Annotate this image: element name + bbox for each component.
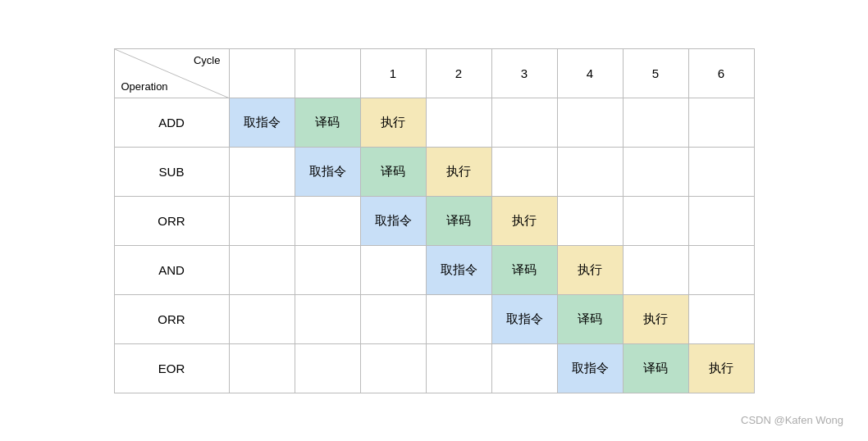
pipeline-cell-r1-c4: [491, 147, 557, 196]
pipeline-cell-r2-c1: [295, 196, 360, 245]
pipeline-cell-r2-c3: 译码: [426, 196, 491, 245]
pipeline-cell-r1-c5: [557, 147, 623, 196]
cycle-header-6: 6: [688, 48, 754, 98]
cycle-header-pre2: [295, 48, 360, 98]
pipeline-cell-r1-c7: [688, 147, 754, 196]
pipeline-cell-r2-c0: [229, 196, 295, 245]
table-row: ORR取指令译码执行: [114, 294, 754, 343]
pipeline-cell-r1-c6: [623, 147, 688, 196]
main-container: Cycle Operation 1 2 3 4 5 6 ADD取指令译码执行SU…: [0, 0, 868, 441]
pipeline-cell-r3-c4: 译码: [491, 245, 557, 294]
watermark: CSDN @Kafen Wong: [741, 414, 843, 426]
pipeline-cell-r0-c7: [688, 98, 754, 147]
table-row: ORR取指令译码执行: [114, 196, 754, 245]
pipeline-cell-r4-c3: [426, 294, 491, 343]
pipeline-cell-r0-c4: [491, 98, 557, 147]
pipeline-cell-r5-c6: 译码: [623, 343, 688, 393]
pipeline-cell-r0-c2: 执行: [360, 98, 426, 147]
pipeline-cell-r3-c3: 取指令: [426, 245, 491, 294]
pipeline-cell-r4-c5: 译码: [557, 294, 623, 343]
pipeline-cell-r5-c2: [360, 343, 426, 393]
op-label-orr4: ORR: [114, 294, 229, 343]
pipeline-cell-r2-c6: [623, 196, 688, 245]
pipeline-cell-r0-c5: [557, 98, 623, 147]
pipeline-cell-r2-c7: [688, 196, 754, 245]
pipeline-cell-r0-c0: 取指令: [229, 98, 295, 147]
pipeline-cell-r3-c6: [623, 245, 688, 294]
pipeline-cell-r4-c2: [360, 294, 426, 343]
op-label-and3: AND: [114, 245, 229, 294]
pipeline-cell-r4-c0: [229, 294, 295, 343]
pipeline-cell-r5-c1: [295, 343, 360, 393]
pipeline-cell-r4-c6: 执行: [623, 294, 688, 343]
pipeline-cell-r2-c5: [557, 196, 623, 245]
cycle-header-5: 5: [623, 48, 688, 98]
pipeline-cell-r5-c7: 执行: [688, 343, 754, 393]
pipeline-cell-r0-c6: [623, 98, 688, 147]
cycle-label: Cycle: [194, 54, 221, 66]
cycle-header-2: 2: [426, 48, 491, 98]
op-label-sub1: SUB: [114, 147, 229, 196]
pipeline-cell-r1-c1: 取指令: [295, 147, 360, 196]
table-row: AND取指令译码执行: [114, 245, 754, 294]
corner-header: Cycle Operation: [114, 48, 229, 98]
pipeline-cell-r0-c1: 译码: [295, 98, 360, 147]
cycle-header-pre1: [229, 48, 295, 98]
pipeline-cell-r3-c0: [229, 245, 295, 294]
pipeline-cell-r3-c1: [295, 245, 360, 294]
pipeline-cell-r4-c1: [295, 294, 360, 343]
pipeline-cell-r0-c3: [426, 98, 491, 147]
table-row: ADD取指令译码执行: [114, 98, 754, 147]
pipeline-cell-r3-c7: [688, 245, 754, 294]
pipeline-cell-r4-c4: 取指令: [491, 294, 557, 343]
cycle-header-1: 1: [360, 48, 426, 98]
pipeline-cell-r5-c4: [491, 343, 557, 393]
cycle-header-3: 3: [491, 48, 557, 98]
cycle-header-4: 4: [557, 48, 623, 98]
operation-label: Operation: [121, 80, 168, 93]
pipeline-cell-r5-c0: [229, 343, 295, 393]
pipeline-table: Cycle Operation 1 2 3 4 5 6 ADD取指令译码执行SU…: [114, 48, 755, 393]
op-label-eor5: EOR: [114, 343, 229, 393]
table-row: SUB取指令译码执行: [114, 147, 754, 196]
pipeline-cell-r5-c5: 取指令: [557, 343, 623, 393]
op-label-orr2: ORR: [114, 196, 229, 245]
pipeline-cell-r2-c2: 取指令: [360, 196, 426, 245]
table-row: EOR取指令译码执行: [114, 343, 754, 393]
pipeline-cell-r2-c4: 执行: [491, 196, 557, 245]
pipeline-cell-r1-c3: 执行: [426, 147, 491, 196]
pipeline-cell-r3-c5: 执行: [557, 245, 623, 294]
pipeline-cell-r5-c3: [426, 343, 491, 393]
pipeline-cell-r3-c2: [360, 245, 426, 294]
op-label-add0: ADD: [114, 98, 229, 147]
pipeline-cell-r4-c7: [688, 294, 754, 343]
pipeline-cell-r1-c2: 译码: [360, 147, 426, 196]
pipeline-cell-r1-c0: [229, 147, 295, 196]
